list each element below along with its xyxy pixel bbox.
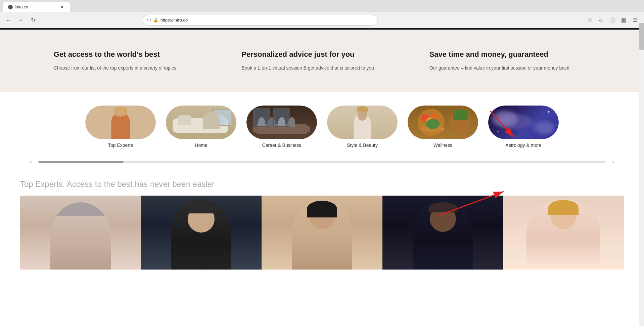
lock-icon: 🔒 (153, 17, 158, 23)
expert-face-1 (20, 196, 141, 270)
expert-3-silhouette (292, 199, 352, 270)
cloud-2 (498, 114, 532, 129)
tab-close-button[interactable]: ✕ (59, 4, 64, 10)
browser-tab-bar: intro.co ✕ (0, 0, 644, 12)
category-label-astrology: Astrology & more (505, 142, 541, 148)
category-label-wellness: Wellness (433, 142, 453, 148)
refresh-button[interactable]: ↻ (28, 15, 38, 25)
expert-1-silhouette (50, 202, 111, 270)
expert-1-hair (50, 202, 111, 216)
category-section: Top Experts Home (0, 92, 644, 169)
address-bar[interactable]: 🛡 🔒 https://intro.co (143, 15, 378, 26)
star-2: ✦ (497, 129, 499, 133)
category-top-experts[interactable]: Top Experts (85, 106, 156, 148)
category-label-style: Style & Beauty (347, 142, 378, 148)
pill-art-career (246, 106, 317, 139)
feature-item-1: Get access to the world's best Choose fr… (54, 50, 215, 72)
pill-art-wellness (408, 106, 478, 139)
feature-desc-1: Choose from our list of the top experts … (54, 64, 215, 72)
expert-face-4 (382, 196, 503, 270)
pill-art-top-experts (85, 106, 156, 139)
feature-title-2: Personalized advice just for you (241, 50, 402, 59)
extensions-icon[interactable]: ▦ (619, 15, 629, 25)
feature-title-1: Get access to the world's best (54, 50, 215, 59)
style-hair (357, 106, 368, 112)
office-window-2 (273, 108, 290, 127)
expert-face-3 (262, 196, 382, 270)
category-pill-home (166, 106, 236, 139)
veggie-orange-2 (431, 113, 439, 121)
vertical-scrollbar[interactable] (639, 16, 644, 326)
category-pill-top-experts (85, 106, 156, 139)
expert-5-silhouette (526, 199, 600, 270)
person-body (111, 115, 130, 139)
expert-card-1[interactable] (20, 196, 141, 270)
expert-face-5 (503, 196, 624, 270)
category-career[interactable]: Career & Business (246, 106, 317, 148)
scroll-left-button[interactable]: ‹ (27, 158, 35, 166)
category-astrology[interactable]: ✦ ✦ Astrology & more (488, 106, 559, 148)
pill-art-astrology: ✦ ✦ (488, 106, 559, 139)
pocket-icon[interactable]: ◇ (596, 15, 606, 25)
tab-favicon (8, 5, 13, 9)
wellness-bowl-1 (418, 109, 445, 136)
experts-title-light: Access to the best has never been easier (65, 179, 215, 189)
style-body (354, 114, 371, 139)
pill-art-style (327, 106, 398, 139)
furniture-back-left (178, 115, 191, 125)
scroll-right-button[interactable]: › (609, 158, 617, 166)
feature-item-2: Personalized advice just for you Book a … (241, 50, 402, 72)
expert-3-hair (307, 201, 337, 217)
star-1: ✦ (547, 110, 550, 114)
page-wrapper: intro.co ✕ ← → ↻ 🛡 🔒 https://intro.co ☆ … (0, 0, 644, 326)
person-head (116, 107, 125, 117)
scrollbar-thumb (38, 161, 124, 163)
category-label-career: Career & Business (262, 142, 302, 148)
forward-button[interactable]: → (16, 15, 26, 25)
experts-row (20, 196, 624, 270)
expert-2-silhouette (171, 199, 231, 270)
expert-card-4[interactable] (382, 196, 503, 270)
category-style[interactable]: Style & Beauty (327, 106, 398, 148)
office-window (253, 108, 270, 127)
category-label-home: Home (195, 142, 207, 148)
category-label-top-experts: Top Experts (108, 142, 133, 148)
url-text: https://intro.co (160, 17, 188, 23)
category-pill-style (327, 106, 398, 139)
expert-2-hair (186, 202, 216, 213)
browser-tab[interactable]: intro.co ✕ (3, 2, 70, 12)
scrollbar-track[interactable] (38, 161, 606, 163)
category-wellness[interactable]: Wellness (408, 106, 478, 148)
browser-chrome: ← → ↻ 🛡 🔒 https://intro.co ☆ ◇ ⚪ ▦ ☰ (0, 12, 644, 28)
account-icon[interactable]: ⚪ (608, 15, 617, 25)
category-row: Top Experts Home (27, 102, 617, 155)
expert-5-hair (548, 200, 579, 215)
bookmark-icon[interactable]: ☆ (585, 15, 594, 25)
expert-4-hair (428, 202, 457, 212)
veggie-yellow (426, 117, 433, 124)
experts-title-bold: Top Experts. (20, 179, 65, 189)
experts-title: Top Experts. Access to the best has neve… (20, 179, 624, 189)
experts-section: Top Experts. Access to the best has neve… (0, 169, 644, 270)
expert-face-2 (141, 196, 262, 270)
expert-card-3[interactable] (262, 196, 382, 270)
window-decor (213, 109, 231, 126)
category-home[interactable]: Home (166, 106, 236, 148)
category-pill-career (246, 106, 317, 139)
expert-card-5[interactable] (503, 196, 624, 270)
category-pill-wellness (408, 106, 478, 139)
menu-icon[interactable]: ☰ (631, 15, 640, 25)
security-icon: 🛡 (147, 18, 151, 23)
scroll-thumb[interactable] (639, 23, 644, 50)
back-button[interactable]: ← (4, 15, 13, 25)
person-figure-top-experts (111, 107, 130, 139)
browser-toolbar-right: ☆ ◇ ⚪ ▦ ☰ (585, 15, 640, 25)
horizontal-scrollbar-container: ‹ › (27, 155, 617, 169)
feature-item-3: Save time and money, guaranteed Our guar… (429, 50, 590, 72)
expert-4-silhouette (413, 199, 473, 270)
category-pill-astrology: ✦ ✦ (488, 106, 559, 139)
veggie-green (453, 110, 468, 120)
feature-desc-2: Book a 1-on-1 virtual session & get advi… (241, 64, 402, 72)
feature-desc-3: Our guarantee – find value in your first… (429, 64, 590, 72)
expert-card-2[interactable] (141, 196, 262, 270)
